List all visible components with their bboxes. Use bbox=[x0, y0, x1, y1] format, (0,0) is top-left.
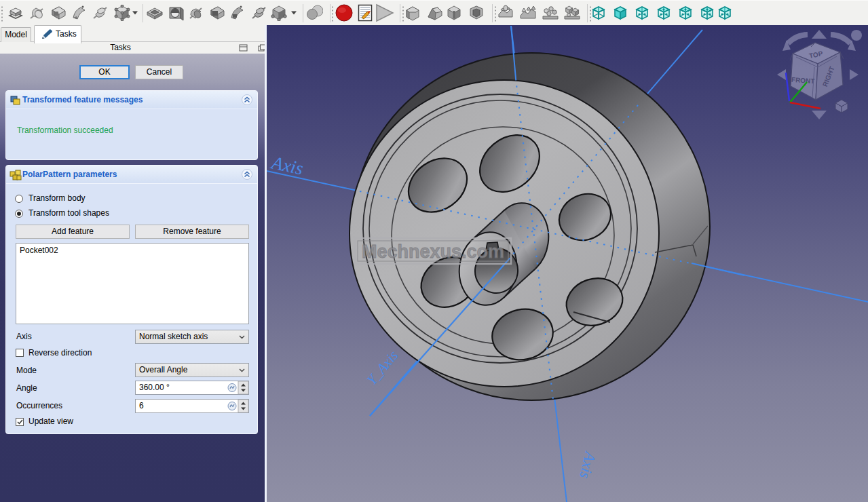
svg-text:Axis: Axis bbox=[269, 152, 305, 178]
svg-text:Y_Axis: Y_Axis bbox=[363, 347, 401, 388]
svg-text:Mechnexus.com: Mechnexus.com bbox=[362, 242, 504, 262]
svg-text:Axis: Axis bbox=[576, 449, 599, 480]
